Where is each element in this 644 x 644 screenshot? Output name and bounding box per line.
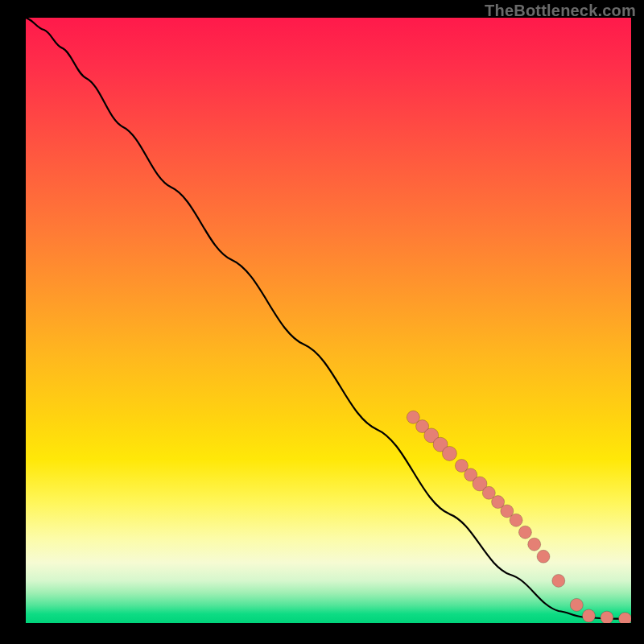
data-dot [518,526,531,539]
bottleneck-curve [26,18,631,620]
data-dot [582,609,595,622]
dot-group [407,411,631,623]
data-dot [442,446,456,460]
data-dot [570,598,583,611]
data-dot [601,611,613,623]
data-dot [552,574,565,587]
data-dot [619,613,632,623]
plot-area [26,18,631,623]
data-dot [537,550,550,563]
data-dot [510,514,522,526]
data-dot [528,538,541,551]
chart-frame: TheBottleneck.com [0,0,644,644]
curve-svg [26,18,631,623]
